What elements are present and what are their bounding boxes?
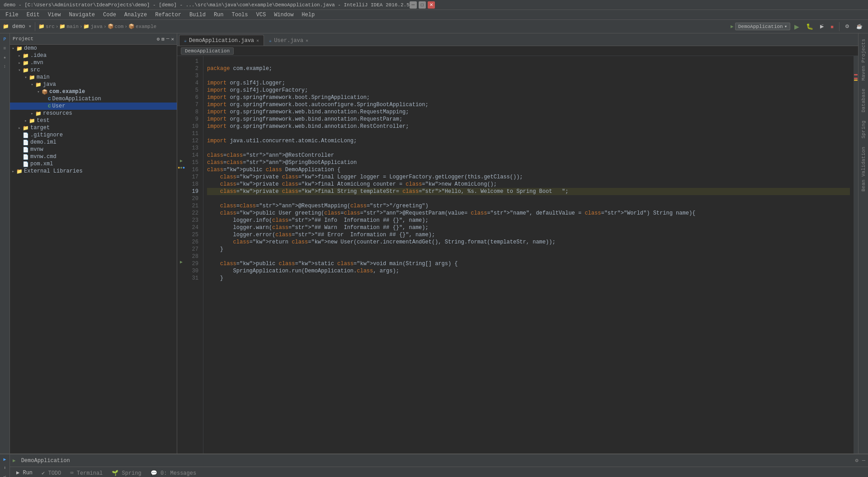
sdk-button[interactable]: ☕: [854, 23, 865, 30]
tree-item[interactable]: ▸📁target: [10, 124, 177, 131]
coverage-button[interactable]: ▶̈: [817, 23, 826, 30]
tree-item[interactable]: ▸📁test: [10, 117, 177, 124]
bottom-tab-spring[interactable]: 🌱 Spring: [107, 468, 146, 477]
menu-run[interactable]: Run: [210, 11, 227, 19]
minimize-button[interactable]: ─: [410, 1, 417, 9]
right-tab-maven[interactable]: Maven Projects: [860, 35, 867, 84]
bottom-tab-run[interactable]: ▶ Run: [12, 468, 37, 477]
tree-item[interactable]: 📄mvnw.cmd: [10, 153, 177, 160]
bottom-panel: ▶ ⬇ ↩ ⟳ ✕ ? ★ ▶ DemoApplication ⚙ ─ ▶ Ru…: [0, 454, 868, 477]
gutter-line: [177, 222, 185, 229]
code-line: class="kw">private class="kw">final Atom…: [207, 181, 850, 188]
tree-item[interactable]: ▸📁resources: [10, 110, 177, 117]
gutter-line: [177, 193, 185, 201]
sidebar-changes-icon[interactable]: ↕: [1, 62, 9, 70]
title-bar: demo - [C:\Users\Administrator\IdeaProje…: [0, 0, 868, 10]
breadcrumb: DemoApplication: [177, 46, 858, 56]
code-editor[interactable]: ▶●●●▶ 1234567891011121314151617181920212…: [177, 56, 858, 454]
code-line: [207, 253, 850, 260]
close-button[interactable]: ✕: [428, 1, 435, 9]
project-layout-icon[interactable]: ⊞: [161, 36, 165, 42]
project-tree: ▾📁demo▸📁.idea▸📁.mvn▾📁src▾📁main▾📁java▾📦co…: [10, 45, 177, 454]
toolbar-src-label: src: [46, 24, 55, 29]
tree-item[interactable]: ▾📁demo: [10, 45, 177, 52]
menu-tools[interactable]: Tools: [228, 11, 252, 19]
bottom-tab-terminal[interactable]: ⌨ Terminal: [66, 468, 107, 477]
menu-help[interactable]: Help: [298, 11, 318, 19]
gutter-line: [177, 150, 185, 157]
right-tab-database[interactable]: Database: [860, 85, 867, 116]
menu-analyze[interactable]: Analyze: [121, 11, 151, 19]
gutter-line: [177, 201, 185, 208]
tree-item[interactable]: CUser: [10, 103, 177, 110]
tree-item[interactable]: 📄mvnw: [10, 146, 177, 153]
project-gear-icon[interactable]: ⚙: [157, 36, 160, 42]
tab-user-close[interactable]: ✕: [306, 38, 308, 43]
sidebar-project-icon[interactable]: P: [1, 35, 9, 43]
menu-build[interactable]: Build: [186, 11, 209, 19]
run-button[interactable]: ▶: [792, 22, 802, 31]
debug-button[interactable]: 🐛: [803, 22, 816, 31]
menu-edit[interactable]: Edit: [23, 11, 43, 19]
project-collapse-icon[interactable]: ─: [166, 36, 170, 42]
code-line: package com.example;: [207, 65, 850, 72]
code-content[interactable]: package com.example; import org.slf4j.Lo…: [203, 56, 854, 454]
gutter-line: [177, 208, 185, 215]
tree-item[interactable]: ▾📁src: [10, 66, 177, 74]
menu-window[interactable]: Window: [270, 11, 297, 19]
right-indicator: [854, 56, 858, 454]
bottom-down-icon[interactable]: ⬇: [1, 464, 9, 472]
menu-navigate[interactable]: Navigate: [65, 11, 99, 19]
toolbar-java: 📁: [83, 23, 90, 29]
tree-item[interactable]: CDemoApplication: [10, 95, 177, 103]
gutter-line: [177, 114, 185, 121]
right-tab-spring[interactable]: Spring: [860, 117, 867, 142]
bottom-settings-icon[interactable]: ⚙: [855, 457, 859, 464]
bottom-collapse-icon[interactable]: ─: [862, 458, 865, 464]
right-tab-bean[interactable]: Bean Validation: [860, 143, 867, 195]
gutter-line: ▶: [177, 258, 185, 266]
tab-demoapplication-close[interactable]: ✕: [256, 38, 259, 43]
project-panel-header: Project ⚙ ⊞ ─ ✕: [10, 33, 177, 45]
code-line: import java.util.concurrent.atomic.Atomi…: [207, 137, 850, 145]
editor-gutter: ▶●●●▶: [177, 56, 185, 454]
maximize-button[interactable]: □: [419, 1, 426, 9]
tree-item[interactable]: ▾📁main: [10, 74, 177, 81]
menu-refactor[interactable]: Refactor: [151, 11, 185, 19]
stop-button[interactable]: ■: [828, 23, 836, 30]
menu-code[interactable]: Code: [99, 11, 120, 19]
menu-vcs[interactable]: VCS: [253, 11, 270, 19]
menu-file[interactable]: File: [2, 11, 22, 19]
bottom-back-icon[interactable]: ↩: [1, 472, 9, 477]
code-line: import org.slf4j.Logger;: [207, 80, 850, 87]
tab-demoapplication[interactable]: ☕ DemoApplication.java ✕: [179, 35, 264, 46]
gutter-line: [177, 63, 185, 70]
sidebar-structure-icon[interactable]: ≡: [1, 44, 9, 52]
bottom-run-icon[interactable]: ▶: [1, 455, 9, 463]
tree-item[interactable]: ▾📦com.example: [10, 88, 177, 95]
run-config-dropdown[interactable]: DemoApplication ▾: [735, 23, 791, 30]
tree-item[interactable]: ▸📁External Libraries: [10, 168, 177, 175]
tree-item[interactable]: 📄pom.xml: [10, 160, 177, 168]
tree-item[interactable]: ▸📁.idea: [10, 52, 177, 59]
gutter-line: [177, 251, 185, 258]
bottom-tab-todo[interactable]: ✔ TODO: [37, 468, 66, 477]
tree-item[interactable]: ▾📁java: [10, 81, 177, 88]
code-line: [207, 72, 850, 80]
tree-item[interactable]: 📄demo.iml: [10, 139, 177, 146]
toolbar-sep-2: [839, 22, 840, 31]
menu-view[interactable]: View: [44, 11, 65, 19]
bottom-tab-messages[interactable]: 💬 0: Messages: [146, 468, 201, 477]
gutter-line: [177, 128, 185, 136]
tab-user[interactable]: ☕ User.java ✕: [264, 35, 313, 46]
code-line: [207, 130, 850, 137]
build-button[interactable]: ⚙: [842, 23, 852, 30]
code-line: class="kw">private class="kw">final Logg…: [207, 173, 850, 181]
run-tab-demoapplication[interactable]: DemoApplication: [18, 456, 74, 466]
project-close-icon[interactable]: ✕: [171, 36, 174, 42]
tree-item[interactable]: 📄.gitignore: [10, 131, 177, 139]
code-line: class="kw">public User greeting(class=cl…: [207, 210, 850, 217]
tree-item[interactable]: ▸📁.mvn: [10, 59, 177, 66]
sidebar-fav-icon[interactable]: ★: [1, 53, 9, 61]
gutter-line: [177, 121, 185, 128]
